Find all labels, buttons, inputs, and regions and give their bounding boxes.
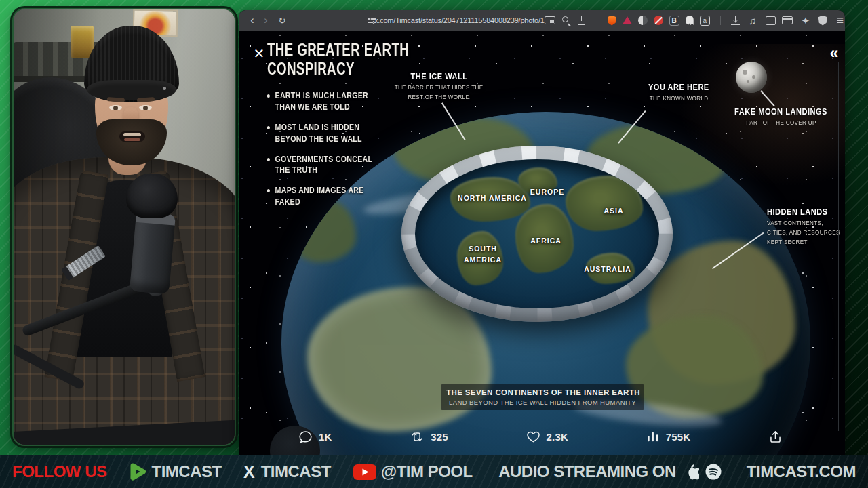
ghostery-extension-icon[interactable] — [686, 16, 694, 25]
callout-title: HIDDEN LANDS — [767, 207, 828, 217]
archive-extension-icon[interactable]: a — [700, 16, 710, 26]
timcast-play-icon — [127, 462, 147, 482]
reply-count: 1K — [319, 431, 332, 443]
callout-title: YOU ARE HERE — [648, 82, 709, 92]
svg-text:X: X — [243, 463, 255, 481]
beard — [96, 119, 167, 165]
callout-subtext: THE KNOWN WORLD — [650, 94, 709, 103]
downloads-icon[interactable] — [731, 16, 740, 25]
host-head — [87, 22, 176, 174]
vpn-triangle-icon[interactable] — [623, 16, 632, 24]
site-url-label: TIMCAST.COM — [747, 462, 856, 481]
title-line-1: THE GREATER EARTH — [267, 40, 409, 59]
moon — [736, 62, 767, 93]
microphone-windscreen — [126, 174, 178, 218]
reply-icon — [298, 430, 313, 444]
iris-left — [113, 106, 118, 110]
like-count: 2.3K — [547, 431, 569, 443]
moon-crater — [747, 80, 749, 83]
continent-label: ASIA — [587, 206, 641, 217]
eye-left — [109, 105, 122, 110]
bitwarden-extension-icon[interactable]: B — [669, 16, 679, 26]
viewer-divider — [838, 62, 839, 431]
adblock-extension-icon[interactable] — [654, 16, 663, 25]
callout-you-are-here: YOU ARE HERE THE KNOWN WORLD — [624, 82, 734, 103]
toolbar-divider — [597, 16, 597, 25]
repost-icon — [410, 430, 425, 444]
callout-title: THE ICE WALL — [410, 71, 467, 81]
youtube-handle-label: @TIM POOL — [381, 462, 473, 481]
media-icon[interactable]: ♫ — [746, 13, 760, 28]
reload-icon[interactable]: ↻ — [275, 13, 289, 28]
adguard-shield-icon[interactable] — [608, 16, 616, 26]
toolbar-divider — [720, 16, 721, 25]
forward-icon[interactable]: › — [259, 13, 273, 28]
sidebar-icon[interactable] — [766, 16, 776, 25]
contrast-extension-icon[interactable] — [638, 16, 648, 25]
bullet-item: EARTH IS MUCH LARGER THAN WE ARE TOLD — [266, 90, 384, 113]
privacy-shield-icon[interactable] — [818, 16, 827, 26]
bullet-item: GOVERNMENTS CONCEAL THE TRUTH — [266, 154, 384, 177]
views-count: 755K — [666, 431, 691, 443]
browser-toolbar: ‹ › ↻ x.com/Timcast/status/2047121115584… — [239, 10, 845, 30]
toolbar-right-icons: B a ♫ ✦ ≡ — [545, 13, 845, 28]
bullet-item: MOST LAND IS HIDDEN BEYOND THE ICE WALL — [266, 122, 384, 145]
iris-right — [143, 106, 148, 110]
like-button[interactable]: 2.3K — [526, 430, 569, 444]
share-button[interactable] — [768, 430, 783, 444]
lower-lip — [124, 138, 140, 141]
callout-hidden-lands: HIDDEN LANDS VAST CONTINENTS, CITIES, AN… — [767, 207, 845, 246]
zoom-icon[interactable] — [561, 16, 571, 25]
continent-label: SOUTH AMERICA — [449, 244, 517, 266]
reply-button[interactable]: 1K — [298, 430, 332, 444]
moon-crater — [743, 70, 747, 75]
audio-streaming-label: AUDIO STREAMING ON — [498, 462, 676, 481]
continent-label: NORTH AMERICA — [457, 193, 528, 204]
callout-ice-wall: THE ICE WALL THE BARRIER THAT HIDES THE … — [378, 71, 500, 102]
menu-icon[interactable]: ≡ — [833, 13, 845, 28]
page-share-icon[interactable] — [577, 16, 587, 25]
bottom-banner: FOLLOW US TIMCAST X TIMCAST @TIM POOL AU… — [0, 455, 868, 488]
video-frame: ‹ › ↻ x.com/Timcast/status/2047121115584… — [0, 0, 868, 488]
callout-subtext: THE BARRIER THAT HIDES THE REST OF THE W… — [393, 83, 485, 102]
tweet-engagement-bar: 1K 325 2.3K 755K — [298, 423, 783, 450]
close-icon[interactable]: ✕ — [250, 44, 269, 63]
x-logo-icon: X — [242, 463, 260, 481]
heart-icon — [526, 430, 540, 444]
spotify-icon — [705, 463, 722, 481]
microphone-body — [130, 211, 176, 295]
caption-line-1: THE SEVEN CONTINENTS OF THE INNER EARTH — [446, 388, 639, 396]
beanie-brim — [87, 80, 176, 100]
continent-label: AUSTRALIA — [574, 264, 642, 275]
views-button[interactable]: 755K — [646, 430, 691, 444]
browser-window: ‹ › ↻ x.com/Timcast/status/2047121115584… — [239, 10, 845, 455]
wallet-icon[interactable] — [782, 16, 793, 24]
callout-title: FAKE MOON LANDINGS — [735, 106, 828, 117]
teeth — [123, 133, 141, 136]
eye-right — [139, 105, 152, 110]
url-field[interactable]: x.com/Timcast/status/2047121115584008239… — [374, 16, 545, 24]
mouth — [119, 131, 145, 142]
continent-label: EUROPE — [520, 187, 574, 198]
repost-button[interactable]: 325 — [410, 430, 448, 444]
timcast-label: TIMCAST — [151, 462, 221, 481]
sparkle-icon[interactable]: ✦ — [799, 13, 812, 28]
collapse-sidebar-icon[interactable]: « — [825, 43, 844, 63]
share-up-icon — [768, 430, 783, 444]
infographic-bullet-list: EARTH IS MUCH LARGER THAN WE ARE TOLD MO… — [266, 90, 384, 217]
repost-count: 325 — [431, 431, 448, 443]
bullet-item: MAPS AND IMAGES ARE FAKED — [266, 185, 384, 208]
back-icon[interactable]: ‹ — [245, 13, 259, 28]
ice-wall-ring — [401, 146, 673, 322]
picture-in-picture-icon[interactable] — [545, 16, 555, 24]
photo-viewer[interactable]: NORTH AMERICA EUROPE ASIA AFRICA SOUTH A… — [239, 30, 845, 455]
beanie-ring-detail — [163, 87, 166, 90]
bar-chart-icon — [646, 430, 660, 444]
x-handle-label: TIMCAST — [261, 462, 331, 481]
callout-subtext: VAST CONTINENTS, CITIES, AND RESOURCES K… — [767, 218, 841, 246]
webcam-panel — [14, 9, 235, 445]
youtube-icon — [353, 463, 377, 481]
moon-crater — [752, 75, 755, 79]
callout-fake-moon-landings: FAKE MOON LANDINGS PART OF THE COVER UP — [713, 106, 845, 127]
infographic-caption: THE SEVEN CONTINENTS OF THE INNER EARTH … — [441, 384, 644, 410]
